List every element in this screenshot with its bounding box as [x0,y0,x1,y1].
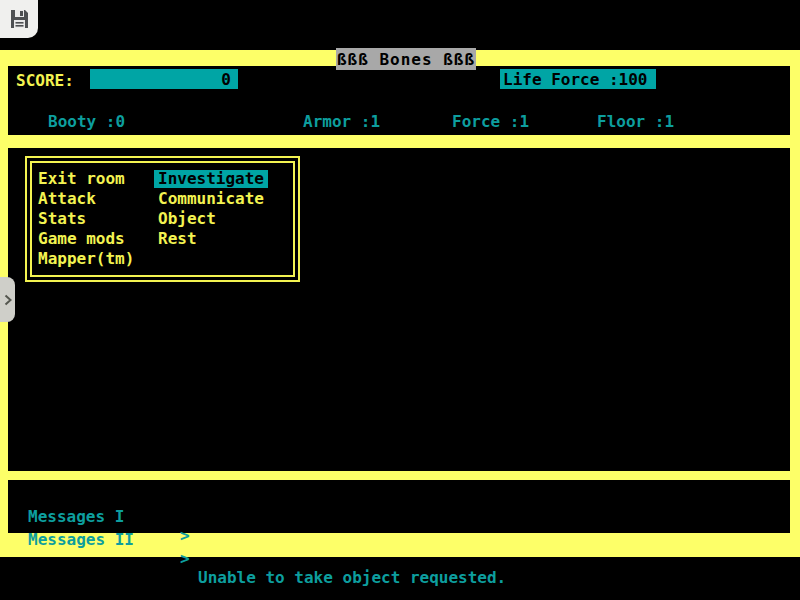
life-force-badge: Life Force :100 [500,69,656,89]
command-menu-inner: Exit room Attack Stats Game mods Mapper(… [30,161,295,277]
score-value: 0 [221,70,231,89]
menu-item-investigate[interactable]: Investigate [154,170,268,188]
menu-item-rest[interactable]: Rest [158,230,197,248]
stat-floor: Floor :1 [597,112,674,131]
menu-item-game-mods[interactable]: Game mods [38,230,125,248]
screen-root: { "window": { "title": "ßßß Bones ßßß" }… [0,0,800,600]
stat-force: Force :1 [452,112,529,131]
menu-item-mapper[interactable]: Mapper(tm) [38,250,134,268]
stat-armor: Armor :1 [303,112,380,131]
menu-item-stats[interactable]: Stats [38,210,86,228]
messages-ii-label: Messages II [28,530,134,549]
messages-row-2: Messages II > Unable to take object requ… [8,511,66,600]
messages-panel: Messages I > Messages II > Unable to tak… [8,480,790,533]
game-frame: SCORE: 0 Life Force :100 Booty :0 Armor … [0,50,800,557]
messages-ii-text: Unable to take object requested. [198,568,506,587]
side-panel-tab[interactable] [0,277,15,322]
game-title: ßßß Bones ßßß [336,48,476,70]
menu-item-communicate[interactable]: Communicate [158,190,264,208]
score-label: SCORE: [16,71,74,90]
floppy-disk-icon [8,8,30,30]
play-area: Exit room Attack Stats Game mods Mapper(… [8,148,790,471]
messages-ii-prompt: > [180,549,190,568]
menu-item-object[interactable]: Object [158,210,216,228]
menu-item-exit-room[interactable]: Exit room [38,170,125,188]
messages-i-prompt: > [180,526,190,545]
menu-item-attack[interactable]: Attack [38,190,96,208]
status-panel: SCORE: 0 Life Force :100 Booty :0 Armor … [8,66,790,135]
chevron-right-icon [4,294,12,306]
stat-booty: Booty :0 [48,112,125,131]
score-bar: 0 [90,69,238,89]
command-menu: Exit room Attack Stats Game mods Mapper(… [25,156,300,282]
save-button[interactable] [0,0,38,38]
